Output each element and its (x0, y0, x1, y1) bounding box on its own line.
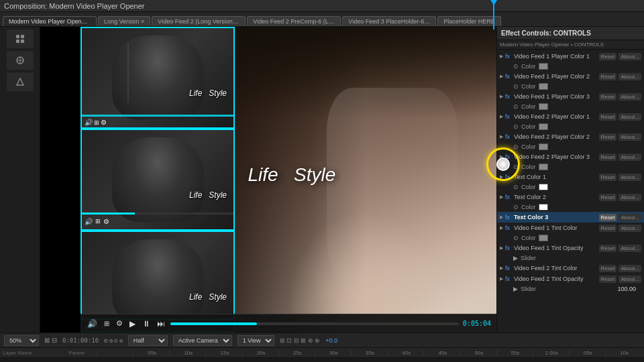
resolution-select[interactable]: Half Full Quarter (128, 335, 168, 346)
about-button[interactable]: About... (619, 265, 641, 272)
zoom-select[interactable]: 50% 100% 25% (4, 335, 39, 346)
color-sub-vf2pc2[interactable]: ⊙ Color (497, 142, 644, 152)
volume-button[interactable]: 🔊 (86, 318, 99, 330)
color-sub-vf2pc1[interactable]: ⊙ Color (497, 122, 644, 131)
tab-0[interactable]: Modern Video Player Opener × (3, 16, 97, 26)
color-sub-vf1pc3[interactable]: ⊙ Color (497, 102, 644, 111)
color-sub-vf1pc1[interactable]: ⊙ Color (497, 62, 644, 71)
slider-sub-vf2to[interactable]: ▶ Slider 100.00 (497, 284, 644, 294)
effect-name: Text Color 3 (514, 214, 597, 221)
window-title-bar: Composition: Modern Video Player Opener (0, 0, 644, 12)
reset-button[interactable]: Reset (599, 265, 617, 272)
about-button[interactable]: About... (619, 194, 641, 201)
reset-button[interactable]: Reset (599, 154, 617, 161)
panel-vol-icon[interactable]: 🔊 (85, 119, 93, 126)
reset-button[interactable]: Reset (599, 214, 617, 221)
color-swatch[interactable] (539, 63, 548, 70)
reset-button[interactable]: Reset (599, 245, 617, 252)
panel-fit-icon-mid[interactable]: ⊞ (95, 218, 101, 225)
reset-button[interactable]: Reset (599, 276, 617, 283)
color-label: Color (521, 184, 536, 190)
about-button[interactable]: About... (619, 276, 641, 283)
effect-item-vf1tc[interactable]: ▶ fx Video Feed 1 Tint Color Reset About… (497, 223, 644, 233)
effect-item-vf1pc2[interactable]: ▶ fx Video Feed 1 Player Color 2 Reset A… (497, 71, 644, 82)
effect-name: Video Feed 2 Tint Color (514, 265, 597, 272)
color-sub-tc2[interactable]: ⊙ Color (497, 202, 644, 212)
color-swatch[interactable] (539, 123, 548, 130)
slider-label: Slider (521, 255, 536, 261)
color-sub-vf1pc2[interactable]: ⊙ Color (497, 82, 644, 91)
reset-button[interactable]: Reset (599, 133, 617, 141)
fit-icon-1[interactable]: ⊠ (44, 337, 50, 344)
reset-button[interactable]: Reset (599, 93, 617, 101)
about-button[interactable]: About... (619, 225, 641, 232)
view-select[interactable]: Active Camera (173, 335, 232, 346)
about-button[interactable]: About... (619, 73, 641, 80)
panel-fit-icon[interactable]: ⊞ (94, 119, 99, 126)
tool-icon-2[interactable] (7, 51, 34, 70)
slider-sub-vf1to[interactable]: ▶ Slider (497, 253, 644, 263)
window-title: Composition: Modern Video Player Opener (4, 2, 145, 10)
ruler-mark-2: 10s (169, 350, 205, 356)
color-swatch[interactable] (539, 83, 548, 90)
reset-button[interactable]: Reset (599, 225, 617, 232)
panel-vol-icon-mid[interactable]: 🔊 (85, 218, 93, 225)
color-swatch[interactable] (539, 103, 548, 110)
about-button[interactable]: About... (619, 93, 641, 101)
tab-2[interactable]: Video Feed 2 (Long Version) × (152, 16, 246, 26)
about-button[interactable]: About... (619, 214, 641, 221)
about-button[interactable]: About... (619, 154, 641, 161)
effect-controls-title: Effect Controls: CONTROLS (501, 29, 591, 37)
video-text-bottom: Life Style (189, 292, 227, 302)
color-swatch[interactable] (539, 235, 548, 241)
effect-item-tc1[interactable]: ▶ fx Text Color 1 Reset About... (497, 172, 644, 182)
about-button[interactable]: About... (619, 113, 641, 121)
color-sub-vf1tc[interactable]: ⊙ Color (497, 233, 644, 243)
effect-item-vf2pc1[interactable]: ▶ fx Video Feed 2 Player Color 1 Reset A… (497, 111, 644, 122)
play-button[interactable]: ▶ (128, 318, 137, 330)
color-label: Color (521, 235, 536, 241)
expand-icon: ▶ (500, 265, 503, 271)
tool-icon-1[interactable] (7, 29, 34, 48)
color-swatch[interactable] (539, 143, 548, 150)
effect-item-vf1pc3[interactable]: ▶ fx Video Feed 1 Player Color 3 Reset A… (497, 91, 644, 102)
about-button[interactable]: About... (619, 53, 641, 60)
tool-icon-3[interactable] (7, 72, 34, 91)
expand-icon: ▶ (500, 245, 503, 251)
bottom-icon-group: ⎋ ⊕ ⊘ ⊛ (104, 337, 123, 344)
fit-icon-2[interactable]: ⊟ (52, 337, 57, 344)
about-button[interactable]: About... (619, 174, 641, 181)
reset-button[interactable]: Reset (599, 174, 617, 181)
color-sub-tc1[interactable]: ⊙ Color (497, 182, 644, 192)
about-button[interactable]: About... (619, 133, 641, 141)
color-swatch[interactable] (539, 204, 548, 210)
effect-item-vf2pc2[interactable]: ▶ fx Video Feed 2 Player Color 2 Reset A… (497, 131, 644, 142)
color-label: Color (521, 164, 536, 170)
about-button[interactable]: About... (619, 245, 641, 252)
playback-progress-bar[interactable] (170, 322, 459, 325)
effect-item-vf2to[interactable]: ▶ fx Video Feed 2 Tint Opacity Reset Abo… (497, 274, 644, 284)
effect-item-tc2[interactable]: ▶ fx Text Color 2 Reset About... (497, 192, 644, 202)
fit-button[interactable]: ⊞ (103, 318, 111, 328)
color-swatch[interactable] (539, 164, 548, 170)
reset-button[interactable]: Reset (599, 194, 617, 201)
channel-select[interactable]: 1 View (237, 335, 274, 346)
reset-button[interactable]: Reset (599, 53, 617, 60)
color-picker-center[interactable] (496, 158, 510, 171)
settings-button[interactable]: ⚙ (115, 318, 124, 329)
panel-gear-icon[interactable]: ⚙ (101, 119, 107, 126)
color-swatch[interactable] (539, 184, 548, 190)
effect-item-tc3[interactable]: ▶ fx Text Color 3 Reset About... (497, 212, 644, 223)
tab-5[interactable]: PlaceHolder HERE (437, 16, 501, 26)
reset-button[interactable]: Reset (599, 113, 617, 121)
reset-button[interactable]: Reset (599, 73, 617, 80)
effect-item-vf2tc[interactable]: ▶ fx Video Feed 2 Tint Color Reset About… (497, 263, 644, 274)
effect-item-vf1pc1[interactable]: ▶ fx Video Feed 1 Player Color 1 Reset A… (497, 51, 644, 62)
skip-button[interactable]: ⏭ (156, 318, 166, 330)
tab-1[interactable]: Long Version × (98, 16, 150, 26)
panel-gear-icon-mid[interactable]: ⚙ (103, 218, 109, 225)
tab-3[interactable]: Video Feed 2 PreComp-6 (Lang Version) × (247, 16, 341, 26)
effect-item-vf1to[interactable]: ▶ fx Video Feed 1 Tint Opacity Reset Abo… (497, 243, 644, 253)
pause-button[interactable]: ⏸ (141, 318, 152, 330)
tab-4[interactable]: Video Feed 3 PlaceHolder-6 (Long Version… (342, 16, 436, 26)
